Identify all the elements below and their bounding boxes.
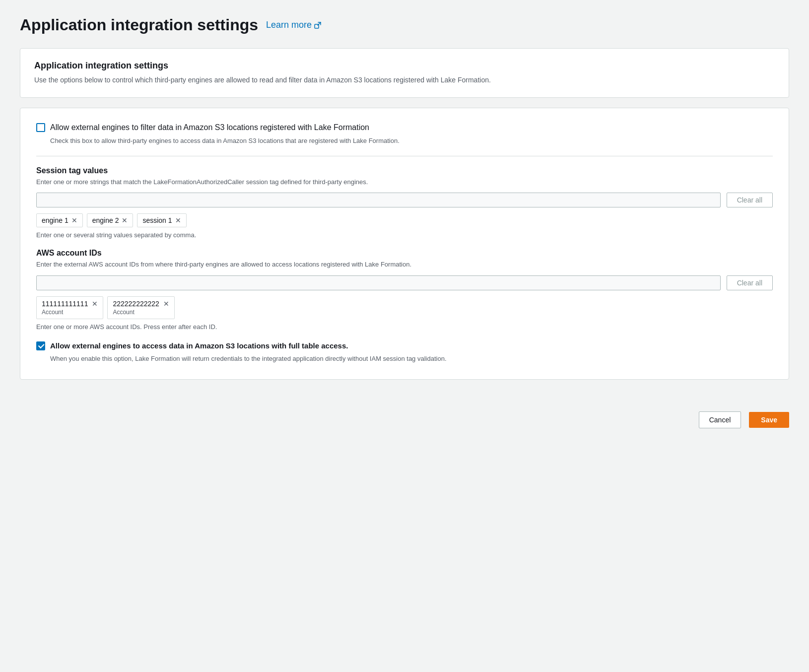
tag-engine2: engine 2 ✕ (87, 213, 134, 227)
tag-engine1: engine 1 ✕ (36, 213, 83, 227)
tag-session1: session 1 ✕ (137, 213, 186, 227)
session-tag-title: Session tag values (36, 166, 773, 175)
tag-session1-label: session 1 (142, 216, 172, 224)
account-tag-2-remove[interactable]: ✕ (163, 300, 169, 307)
tag-engine2-remove[interactable]: ✕ (122, 217, 128, 224)
aws-account-input[interactable] (36, 275, 721, 290)
learn-more-label: Learn more (266, 20, 312, 30)
session-tag-description: Enter one or more strings that match the… (36, 177, 773, 187)
full-table-access-checkbox[interactable] (36, 341, 45, 350)
external-engines-checkbox-row: Allow external engines to filter data in… (36, 122, 773, 133)
aws-account-tags-row: 111111111111 ✕ Account 222222222222 ✕ Ac… (36, 296, 773, 319)
session-tag-section: Session tag values Enter one or more str… (36, 166, 773, 239)
tag-session1-remove[interactable]: ✕ (175, 217, 181, 224)
account-tag-1-remove[interactable]: ✕ (92, 300, 98, 307)
aws-account-clear-all-button[interactable]: Clear all (727, 275, 773, 290)
divider-1 (36, 156, 773, 156)
account-tag-1-label: Account (42, 309, 98, 316)
cancel-button[interactable]: Cancel (699, 411, 742, 428)
info-card-title: Application integration settings (34, 61, 775, 71)
external-engines-hint: Check this box to allow third-party engi… (50, 136, 773, 146)
main-settings-card: Allow external engines to filter data in… (20, 108, 789, 380)
account-tag-2-id: 222222222222 (113, 300, 159, 308)
info-card-description: Use the options below to control which t… (34, 75, 775, 85)
session-tags-row: engine 1 ✕ engine 2 ✕ session 1 ✕ (36, 213, 773, 227)
full-table-access-hint: When you enable this option, Lake Format… (50, 354, 773, 364)
account-tag-2-label: Account (113, 309, 169, 316)
account-tag-2-top: 222222222222 ✕ (113, 300, 169, 308)
learn-more-link[interactable]: Learn more (266, 20, 322, 30)
aws-account-title: AWS account IDs (36, 249, 773, 258)
session-tag-input-row: Clear all (36, 193, 773, 207)
full-table-access-row: Allow external engines to access data in… (36, 340, 773, 351)
external-engines-checkbox[interactable] (36, 123, 45, 132)
aws-account-hint: Enter one or more AWS account IDs. Press… (36, 323, 773, 331)
session-tag-hint: Enter one or several string values separ… (36, 231, 773, 239)
tag-engine1-label: engine 1 (42, 216, 68, 224)
external-link-icon (314, 21, 322, 29)
save-button[interactable]: Save (749, 412, 789, 428)
external-engines-checkbox-label[interactable]: Allow external engines to filter data in… (50, 122, 369, 133)
aws-account-description: Enter the external AWS account IDs from … (36, 260, 773, 269)
tag-engine2-label: engine 2 (92, 216, 119, 224)
page-title: Application integration settings (20, 16, 258, 34)
aws-account-section: AWS account IDs Enter the external AWS a… (36, 249, 773, 331)
account-tag-1-top: 111111111111 ✕ (42, 300, 98, 308)
tag-engine1-remove[interactable]: ✕ (71, 217, 77, 224)
account-tag-2: 222222222222 ✕ Account (107, 296, 174, 319)
account-tag-1-id: 111111111111 (42, 300, 88, 308)
session-tag-input[interactable] (36, 193, 721, 207)
aws-account-input-row: Clear all (36, 275, 773, 290)
info-card: Application integration settings Use the… (20, 48, 789, 98)
page-header: Application integration settings Learn m… (20, 16, 789, 34)
footer: Cancel Save (0, 400, 809, 440)
session-tag-clear-all-button[interactable]: Clear all (727, 193, 773, 207)
full-table-access-label[interactable]: Allow external engines to access data in… (50, 340, 348, 351)
account-tag-1: 111111111111 ✕ Account (36, 296, 103, 319)
